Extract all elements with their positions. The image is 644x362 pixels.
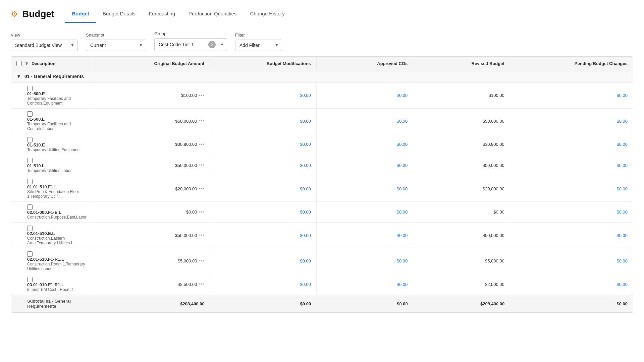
row-budget-mods-cell[interactable]: $0.00: [210, 134, 317, 155]
tab-forecasting[interactable]: Forecasting: [142, 5, 182, 23]
row-original-budget-cell: $2,500.00 •••: [92, 274, 210, 295]
row-revised-budget-cell: $50,000.00: [413, 223, 510, 248]
row-approved-cos-cell[interactable]: $0.00: [316, 108, 413, 134]
filter-control: Filter Add Filter ▼: [235, 33, 282, 51]
row-approved-cos-cell[interactable]: $0.00: [316, 223, 413, 248]
table-header: ▼ Description Original Budget Amount Bud…: [11, 57, 633, 70]
row-approved-cos-cell[interactable]: $0.00: [316, 248, 413, 274]
filter-select[interactable]: Add Filter: [235, 40, 282, 51]
tab-change-history[interactable]: Change History: [243, 5, 291, 23]
nav-tabs: Budget Budget Details Forecasting Produc…: [65, 5, 291, 23]
row-approved-cos-cell[interactable]: $0.00: [316, 201, 413, 223]
row-ellipsis-icon[interactable]: •••: [199, 119, 205, 123]
row-budget-mods-cell[interactable]: $0.00: [210, 201, 317, 223]
row-pending-changes-cell[interactable]: $0.00: [510, 176, 633, 202]
row-ellipsis-icon[interactable]: •••: [199, 142, 205, 147]
row-budget-mods-cell[interactable]: $0.00: [210, 83, 317, 109]
row-original-budget-cell: $50,000.00 •••: [92, 155, 210, 176]
page-title: Budget: [22, 9, 54, 19]
row-budget-mods-cell[interactable]: $0.00: [210, 176, 317, 202]
row-description-cell: 01-500.L Temporary Facilities and Contro…: [11, 108, 92, 134]
row-pending-changes-cell[interactable]: $0.00: [510, 83, 633, 109]
row-budget-mods-cell[interactable]: $0.00: [210, 108, 317, 134]
tab-budget-details[interactable]: Budget Details: [96, 5, 142, 23]
collapse-all-icon[interactable]: ▼: [24, 61, 29, 66]
settings-icon: ⚙: [11, 9, 18, 19]
row-code: 03.01-010.F1-R1.L: [27, 282, 87, 287]
th-description-label: Description: [32, 61, 56, 66]
view-select-wrapper: Standard Budget View ▼: [11, 40, 78, 51]
snapshot-select-wrapper: Current ▼: [86, 40, 146, 51]
snapshot-select[interactable]: Current: [86, 40, 146, 51]
row-checkbox[interactable]: [27, 158, 33, 163]
subtotal-budget-mods: $0.00: [210, 295, 317, 312]
row-description-cell: 01.01-510.F1.L Site Prep & Foundation.Fl…: [11, 176, 92, 202]
page-header: ⚙ Budget Budget Budget Details Forecasti…: [0, 0, 644, 23]
row-ellipsis-icon[interactable]: •••: [199, 282, 205, 287]
subtotal-revised-budget: $208,400.00: [413, 295, 510, 312]
row-ellipsis-icon[interactable]: •••: [199, 233, 205, 238]
row-checkbox[interactable]: [27, 277, 33, 282]
view-label: View: [11, 33, 78, 38]
row-original-budget-value: $20,000.00: [175, 186, 197, 191]
row-pending-changes-cell[interactable]: $0.00: [510, 108, 633, 134]
table-row: 02.01-000.F1-E.L Construction.Purpose.Ea…: [11, 201, 633, 223]
view-select[interactable]: Standard Budget View: [11, 40, 78, 51]
row-original-budget-value: $100.00: [181, 93, 197, 98]
row-pending-changes-cell[interactable]: $0.00: [510, 155, 633, 176]
row-approved-cos-cell[interactable]: $0.00: [316, 274, 413, 295]
row-budget-mods-cell[interactable]: $0.00: [210, 274, 317, 295]
row-original-budget-cell: $5,000.00 •••: [92, 248, 210, 274]
row-pending-changes-cell[interactable]: $0.00: [510, 274, 633, 295]
row-ellipsis-icon[interactable]: •••: [199, 93, 205, 98]
row-pending-changes-cell[interactable]: $0.00: [510, 134, 633, 155]
row-budget-mods-cell[interactable]: $0.00: [210, 155, 317, 176]
row-name: Construction.Purpose.East.Labor: [27, 215, 87, 220]
th-budget-modifications: Budget Modifications: [210, 57, 317, 70]
row-description-cell: 02.01-000.F1-E.L Construction.Purpose.Ea…: [11, 201, 92, 223]
row-approved-cos-cell[interactable]: $0.00: [316, 155, 413, 176]
row-checkbox[interactable]: [27, 137, 33, 142]
row-budget-mods-cell[interactable]: $0.00: [210, 223, 317, 248]
row-code: 01-510.L: [27, 163, 87, 168]
row-pending-changes-cell[interactable]: $0.00: [510, 248, 633, 274]
tab-production-quantities[interactable]: Production Quantities: [182, 5, 243, 23]
view-control: View Standard Budget View ▼: [11, 33, 78, 51]
group-control: Group Cost Code Tier 1 ✕ ▼: [154, 31, 227, 51]
row-approved-cos-cell[interactable]: $0.00: [316, 83, 413, 109]
row-name: Construction.Eastern Area.Temporary Util…: [27, 236, 87, 245]
th-approved-cos: Approved COs: [316, 57, 413, 70]
row-checkbox[interactable]: [27, 111, 33, 117]
filter-label: Filter: [235, 33, 282, 38]
row-code: 01-500.L: [27, 117, 87, 122]
row-pending-changes-cell[interactable]: $0.00: [510, 223, 633, 248]
row-checkbox[interactable]: [27, 204, 33, 210]
group-collapse-icon[interactable]: ▼: [16, 74, 21, 79]
tab-budget[interactable]: Budget: [65, 5, 96, 23]
row-approved-cos-cell[interactable]: $0.00: [316, 176, 413, 202]
group-arrow-icon[interactable]: ▼: [217, 39, 227, 51]
row-ellipsis-icon[interactable]: •••: [199, 210, 205, 215]
row-ellipsis-icon[interactable]: •••: [199, 186, 205, 191]
table-row: 01-510.E Temporary Utilities.Equipment $…: [11, 134, 633, 155]
row-pending-changes-cell[interactable]: $0.00: [510, 201, 633, 223]
row-ellipsis-icon[interactable]: •••: [199, 259, 205, 263]
table-row: 01.01-510.F1.L Site Prep & Foundation.Fl…: [11, 176, 633, 202]
row-ellipsis-icon[interactable]: •••: [199, 163, 205, 168]
row-checkbox[interactable]: [27, 179, 33, 184]
row-original-budget-cell: $0.00 •••: [92, 201, 210, 223]
subtotal-row: Subtotal 01 - General Requirements $208,…: [11, 295, 633, 312]
table-row: 03.01-010.F1-R1.L Interior PM Cost - Roo…: [11, 274, 633, 295]
row-approved-cos-cell[interactable]: $0.00: [316, 134, 413, 155]
subtotal-pending-changes: $0.00: [510, 295, 633, 312]
row-checkbox[interactable]: [27, 86, 33, 91]
row-checkbox[interactable]: [27, 226, 33, 231]
row-checkbox[interactable]: [27, 251, 33, 257]
group-header-row: ▼ 01 - General Requirements: [11, 70, 633, 83]
row-budget-mods-cell[interactable]: $0.00: [210, 248, 317, 274]
row-revised-budget-cell: $50,000.00: [413, 155, 510, 176]
budget-table: ▼ Description Original Budget Amount Bud…: [11, 57, 633, 312]
group-clear-button[interactable]: ✕: [208, 41, 216, 48]
select-all-checkbox[interactable]: [16, 61, 22, 66]
row-name: Interior PM Cost - Room 1: [27, 287, 87, 292]
